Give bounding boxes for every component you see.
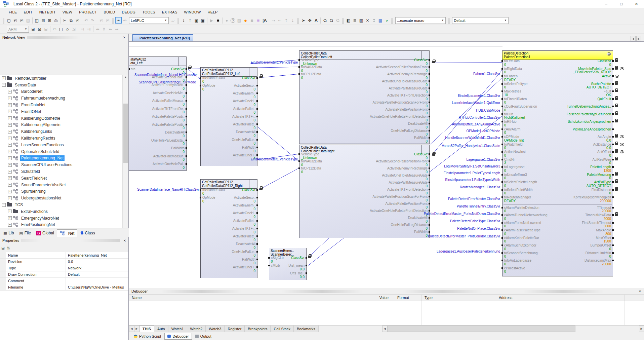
input-pin[interactable]: toRoutenManagerREADY	[504, 196, 531, 203]
scrollbar-thumb[interactable]	[123, 104, 128, 163]
output-pin[interactable]: OneHolePalLe..0	[232, 138, 255, 145]
tree-expander-icon[interactable]: +	[2, 76, 6, 80]
output-pin[interactable]: ActivatePallet..0	[233, 219, 255, 226]
watch-list-icon[interactable]: ≣	[352, 17, 358, 24]
shape-arrow-icon[interactable]: ⇲	[71, 26, 77, 32]
input-pin[interactable]: toUnsafeError30	[504, 173, 527, 180]
eye-icon[interactable]	[620, 143, 624, 146]
input-pin[interactable]: toScannerData0	[202, 76, 225, 83]
pie-status-icon[interactable]: ◕	[384, 17, 390, 24]
output-pin[interactable]: ClassSvr0	[414, 153, 428, 160]
output-pin[interactable]: ActAngle0.0	[598, 135, 611, 142]
input-pin[interactable]: cQuitFaultSupervision0	[504, 105, 537, 112]
input-pin[interactable]: cAlarmSchutzkorridor0	[504, 244, 536, 251]
output-pin[interactable]: Active	[602, 75, 611, 78]
input-pin[interactable]: cOPModeOPMode_Init	[504, 135, 524, 142]
flow-up-icon[interactable]: ⇡	[283, 17, 289, 24]
output-pin[interactable]: ActivateOneH..0	[233, 212, 255, 219]
target-icon[interactable]: ▱	[170, 17, 176, 24]
lock-icon[interactable]	[615, 214, 618, 216]
link-icon[interactable]: ⚭	[115, 17, 122, 24]
output-pin[interactable]: OneHolePalLegDista..0	[151, 139, 185, 146]
watch-tab-bookmarks[interactable]: Bookmarks	[294, 326, 319, 332]
output-pin[interactable]: SchutzkorridorAngesprochen	[568, 120, 611, 124]
input-pin[interactable]: VehicleType_Unknown	[301, 59, 319, 66]
tree-expander-icon[interactable]: +	[8, 97, 12, 100]
input-pin[interactable]: MaxRetries10	[504, 90, 521, 97]
panel-tab-class[interactable]: ⇅Class	[77, 229, 97, 237]
output-pin[interactable]: ActivateTKTFr..0	[232, 227, 255, 234]
scannerberechnung-block[interactable]: ScannerBerec..ScannerBerec..cSigCLb0cMLi…	[269, 248, 307, 280]
input-pin[interactable]: toWA032Data0	[301, 160, 322, 167]
input-pin[interactable]: toScannerData0	[202, 188, 225, 195]
debugger-column-format[interactable]: Format	[397, 296, 409, 300]
output-pin[interactable]: ActivatePalltMeasureGate0	[389, 181, 428, 188]
connection-label[interactable]: Einstellparameter1.ClassSvr	[458, 94, 500, 98]
tree-expander-icon[interactable]: +	[8, 210, 12, 213]
output-pin[interactable]: ActOffset0	[597, 150, 611, 157]
input-pin[interactable]: toScannerBerechnung0	[504, 252, 538, 259]
input-pin[interactable]: toCP112Data0	[301, 167, 321, 174]
window-cascade-icon[interactable]: ⊟	[40, 17, 46, 24]
bottom-tab-output[interactable]: Output	[193, 333, 214, 340]
minimize-button[interactable]: –	[599, 0, 614, 8]
output-pin[interactable]: ActivateTKTFrontDetection0	[387, 188, 428, 195]
menu-build[interactable]: BUILD	[100, 10, 119, 14]
menu-extras[interactable]: EXTRAS	[159, 10, 181, 14]
network-view-close-icon[interactable]: ✕	[122, 36, 127, 39]
new-icon[interactable]: ▢	[6, 17, 12, 24]
connection-label[interactable]: Einstellparameter1.VehicleType	[251, 157, 298, 161]
output-pin[interactable]: ActivateTKTFrontDetection0	[387, 94, 428, 101]
upload-icon[interactable]: ⤒	[187, 17, 193, 24]
tree-item-kalibrierungrechts[interactable]: +KalibrierungRechts	[0, 135, 122, 142]
run-icon[interactable]: ▶	[208, 17, 215, 24]
probe-icon[interactable]: ⌶	[371, 17, 377, 24]
tree-item-fahrraumueberwachung[interactable]: +Fahrraumueberwachung	[0, 95, 122, 102]
input-pin[interactable]: OpMode0	[202, 196, 215, 203]
output-pin[interactable]: PalWidth0	[414, 136, 428, 143]
output-pin[interactable]: Dist_mean0.0	[288, 264, 305, 271]
panel-tab-global[interactable]: GGlobal	[34, 229, 57, 237]
property-row[interactable]: NamePalettenerkennung_Net	[0, 252, 128, 259]
shape-round-icon[interactable]: ▢	[58, 26, 64, 32]
properties-close-icon[interactable]: ✕	[122, 239, 127, 242]
tree-item-schutzfeld[interactable]: +Schutzfeld	[0, 168, 122, 175]
output-pin[interactable]: ActivatePalettePositionScanForFront0	[373, 195, 428, 202]
input-pin[interactable]: toRightData0	[504, 67, 522, 74]
toolbar-grip[interactable]	[177, 17, 179, 24]
property-value[interactable]: Palettenerkennung_Net	[66, 252, 128, 258]
menu-project[interactable]: PROJECT	[76, 10, 100, 14]
menu-view[interactable]: VIEW	[59, 10, 76, 14]
tree-item-finepositioningnet[interactable]: +FinePositioningNet	[0, 222, 122, 228]
output-pin[interactable]: QuitFault	[597, 98, 611, 101]
tree-expander-icon[interactable]: +	[8, 176, 12, 180]
input-pin[interactable]: toSelectPaltype0	[504, 82, 528, 89]
tree-expander-icon[interactable]: +	[8, 223, 12, 227]
copy-icon[interactable]: ⧉	[68, 17, 74, 24]
space-v-icon[interactable]: ⇳	[101, 26, 107, 32]
connection-label[interactable]: PaletteDetectErrorMaster.ClassSvr	[448, 197, 500, 201]
connection-label[interactable]: LogiMoverSafetyIF1.SetUnsafeError3	[444, 164, 500, 168]
connection-label[interactable]: PaletteDetectErrorMaster_ForksNotDown.Cl…	[424, 212, 500, 216]
page-next-icon[interactable]: ⎘	[105, 17, 111, 24]
output-pin[interactable]: OneHolePalLegDistance0	[391, 223, 428, 230]
tree-expander-icon[interactable]: +	[8, 150, 12, 153]
tree-expander-icon[interactable]: +	[8, 216, 12, 220]
eye-icon[interactable]	[620, 135, 624, 138]
property-value[interactable]	[66, 278, 128, 284]
eye-icon[interactable]	[607, 52, 611, 55]
output-pin[interactable]: PaletteLength1200	[590, 165, 611, 173]
tree-item-spurfuehrung[interactable]: +Spurfuehrung	[0, 188, 122, 195]
watch-tab-call-stack[interactable]: Call Stack	[271, 326, 294, 332]
stop-icon[interactable]: ■	[215, 17, 221, 24]
output-pin[interactable]: PickInLaneAngesprochen	[573, 128, 611, 131]
pause-icon[interactable]: ●	[224, 17, 230, 24]
input-pin[interactable]: cAlarmPaletteDetection0	[504, 206, 539, 213]
watch-scroll-left-icon[interactable]: ◀	[129, 326, 134, 332]
fix-icon[interactable]: ◙	[249, 17, 255, 24]
output-pin[interactable]: Korrekturgeschwindigkeit200000	[573, 196, 611, 203]
input-pin[interactable]: toWA032Data0	[301, 66, 322, 73]
connection-label[interactable]: PaletteNotOnPlace.ClassSvr	[457, 227, 500, 230]
input-pin[interactable]: toWatchfield0	[504, 143, 523, 150]
document-tab[interactable]: Palettenerkennung_Net [RO]	[132, 34, 193, 41]
